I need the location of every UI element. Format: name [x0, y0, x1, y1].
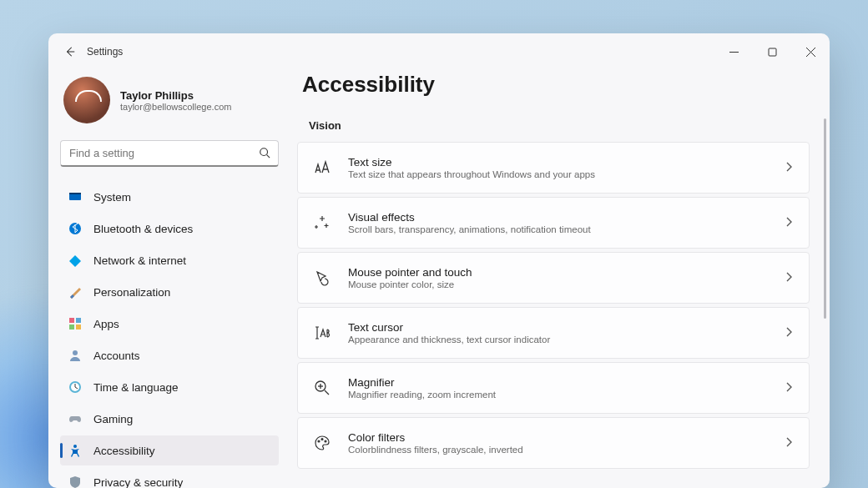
minimize-button[interactable]: [714, 38, 753, 65]
person-icon: [68, 349, 82, 362]
svg-rect-11: [69, 324, 74, 330]
card-title: Mouse pointer and touch: [348, 266, 767, 279]
card-title: Visual effects: [348, 211, 767, 224]
chevron-right-icon: [784, 215, 794, 230]
card-title: Color filters: [348, 431, 767, 444]
maximize-button[interactable]: [753, 38, 791, 65]
gamepad-icon: [68, 412, 82, 425]
nav-label: Gaming: [93, 413, 133, 425]
cursor-icon: [313, 269, 331, 287]
card-color-filters[interactable]: Color filters Colorblindness filters, gr…: [297, 417, 810, 469]
card-text-size[interactable]: Text size Text size that appears through…: [297, 142, 810, 194]
svg-line-18: [325, 390, 329, 395]
caption-controls: [714, 38, 830, 65]
nav-label: Privacy & security: [93, 476, 183, 489]
titlebar: Settings: [48, 33, 830, 70]
nav-label: Accessibility: [93, 445, 155, 457]
palette-icon: [313, 434, 331, 452]
settings-window: Settings Taylor Phillips taylor@bellowsc…: [48, 33, 830, 488]
nav-label: Bluetooth & devices: [93, 223, 193, 235]
search-icon: [259, 147, 270, 162]
nav-label: Personalization: [93, 286, 170, 299]
sidebar-item-apps[interactable]: Apps: [60, 309, 279, 339]
nav-label: Accounts: [93, 350, 140, 362]
chevron-right-icon: [784, 325, 794, 340]
magnifier-icon: [313, 379, 331, 397]
profile[interactable]: Taylor Phillips taylor@bellowscollege.co…: [60, 73, 279, 135]
search-input[interactable]: [60, 140, 279, 167]
search: [60, 140, 279, 167]
card-visual-effects[interactable]: Visual effects Scroll bars, transparency…: [297, 197, 810, 249]
svg-point-22: [321, 439, 323, 440]
card-sub: Text size that appears throughout Window…: [348, 169, 767, 179]
nav: System Bluetooth & devices Network & int…: [60, 182, 279, 488]
sidebar-item-privacy[interactable]: Privacy & security: [60, 467, 279, 488]
system-icon: [68, 190, 82, 204]
text-cursor-icon: [313, 324, 331, 342]
sidebar-item-network[interactable]: Network & internet: [60, 245, 279, 275]
card-list: Text size Text size that appears through…: [297, 142, 810, 469]
accessibility-icon: [68, 444, 82, 457]
svg-rect-10: [76, 318, 81, 323]
svg-point-16: [73, 445, 77, 448]
svg-rect-7: [69, 193, 81, 194]
card-sub: Mouse pointer color, size: [348, 279, 767, 289]
close-button[interactable]: [791, 38, 830, 65]
sidebar: Taylor Phillips taylor@bellowscollege.co…: [48, 70, 290, 488]
profile-email: taylor@bellowscollege.com: [120, 102, 231, 112]
bluetooth-icon: [68, 222, 82, 235]
chevron-right-icon: [784, 435, 794, 450]
section-label: Vision: [309, 119, 810, 132]
sidebar-item-bluetooth[interactable]: Bluetooth & devices: [60, 214, 279, 244]
nav-label: Time & language: [93, 381, 179, 394]
card-sub: Magnifier reading, zoom increment: [348, 390, 767, 400]
card-text-cursor[interactable]: Text cursor Appearance and thickness, te…: [297, 307, 810, 359]
card-title: Text size: [348, 156, 767, 169]
chevron-right-icon: [784, 270, 794, 285]
wifi-icon: [68, 254, 82, 267]
nav-label: System: [93, 191, 131, 204]
nav-label: Apps: [93, 318, 119, 330]
sidebar-item-system[interactable]: System: [60, 182, 279, 212]
chevron-right-icon: [784, 380, 794, 395]
content: Accessibility Vision Text size Text size…: [290, 70, 830, 488]
card-sub: Scroll bars, transparency, animations, n…: [348, 224, 767, 234]
page-title: Accessibility: [302, 72, 810, 98]
sidebar-item-accounts[interactable]: Accounts: [60, 340, 279, 370]
nav-label: Network & internet: [93, 254, 186, 267]
clock-icon: [68, 380, 82, 394]
avatar: [63, 77, 110, 123]
card-title: Magnifier: [348, 376, 767, 389]
svg-point-21: [318, 440, 320, 442]
svg-rect-12: [76, 324, 81, 330]
sidebar-item-personalization[interactable]: Personalization: [60, 277, 279, 307]
back-button[interactable]: [58, 40, 82, 63]
card-sub: Colorblindness filters, grayscale, inver…: [348, 445, 767, 455]
svg-rect-1: [769, 48, 776, 56]
card-title: Text cursor: [348, 321, 767, 334]
svg-point-4: [260, 148, 268, 156]
svg-point-23: [325, 440, 326, 442]
sidebar-item-time[interactable]: Time & language: [60, 372, 279, 402]
app-title: Settings: [87, 46, 123, 58]
card-mouse-pointer[interactable]: Mouse pointer and touch Mouse pointer co…: [297, 252, 810, 304]
profile-name: Taylor Phillips: [120, 89, 231, 102]
sparkle-icon: [313, 214, 331, 232]
shield-icon: [68, 475, 82, 488]
svg-line-5: [267, 155, 270, 158]
sidebar-item-gaming[interactable]: Gaming: [60, 404, 279, 434]
card-sub: Appearance and thickness, text cursor in…: [348, 335, 767, 345]
paintbrush-icon: [68, 285, 82, 299]
svg-point-13: [73, 350, 78, 355]
svg-rect-9: [69, 318, 74, 323]
scrollbar[interactable]: [824, 118, 826, 319]
chevron-right-icon: [784, 160, 794, 175]
text-size-icon: [313, 158, 331, 177]
card-magnifier[interactable]: Magnifier Magnifier reading, zoom increm…: [297, 362, 810, 414]
apps-icon: [68, 317, 82, 330]
sidebar-item-accessibility[interactable]: Accessibility: [60, 435, 279, 465]
